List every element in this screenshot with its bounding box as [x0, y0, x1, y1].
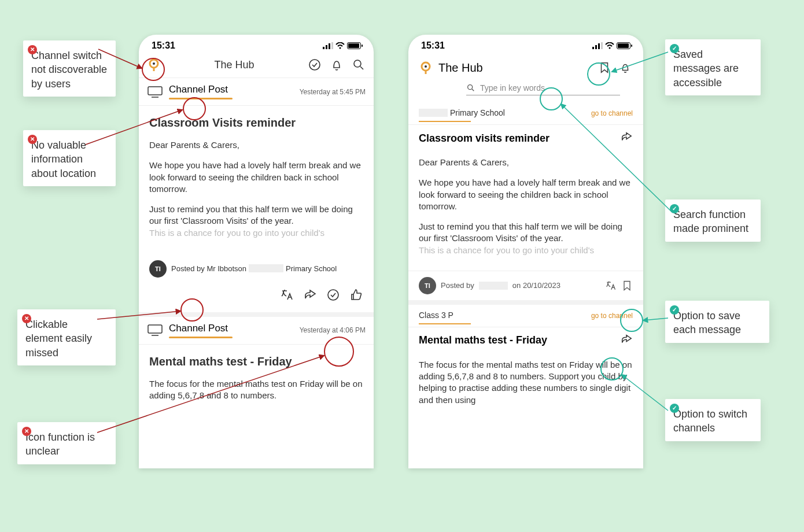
- annotation-pos-4: ✓ Option to switch channels: [665, 399, 761, 441]
- post-title: Mental maths test - Friday: [419, 334, 547, 346]
- annotation-neg-2: ✕ No valuable information about location: [23, 130, 116, 186]
- post-body: Mental maths test - Friday The focus for…: [139, 345, 374, 416]
- annotation-text: Saved messages are accessible: [673, 47, 753, 90]
- x-mark-icon: ✕: [22, 314, 31, 323]
- battery-icon: [347, 42, 361, 49]
- bell-icon[interactable]: [330, 58, 344, 72]
- posted-by-school: Primary School: [286, 264, 337, 273]
- post-para: Just to remind you that this half term w…: [419, 221, 633, 245]
- svg-rect-14: [598, 43, 600, 49]
- brand-icon[interactable]: [419, 61, 433, 75]
- check-mark-icon: ✓: [670, 305, 679, 315]
- posted-by-label: Posted by Mr Ibbotson: [171, 264, 246, 273]
- post-body: Dear Parents & Carers, We hope you have …: [408, 157, 643, 271]
- channel-tag[interactable]: Channel Post: [169, 323, 228, 334]
- post-header: Channel Post Yesterday at 4:06 PM: [139, 317, 374, 345]
- svg-rect-13: [595, 45, 597, 49]
- annotation-pos-1: ✓ Saved messages are accessible: [665, 39, 761, 95]
- annotation-neg-1: ✕ Channel switch not discoverable by use…: [23, 40, 116, 97]
- check-circle-icon[interactable]: [326, 288, 340, 304]
- post-para: Just to remind you that this half term w…: [149, 204, 363, 227]
- annotation-neg-3: ✕ Clickable element easily missed: [17, 309, 116, 365]
- post-fade: This is a chance for you to go into your…: [419, 245, 633, 256]
- monitor-icon: [147, 324, 163, 337]
- channel-name: Primary School: [450, 108, 505, 117]
- app-title: The Hub: [214, 59, 254, 71]
- annotation-text: Search function made prominent: [673, 208, 753, 236]
- share-icon[interactable]: [620, 333, 633, 348]
- redacted: [479, 282, 508, 290]
- check-mark-icon: ✓: [670, 404, 679, 413]
- post-greeting: Dear Parents & Carers,: [149, 139, 363, 151]
- translate-icon[interactable]: [280, 288, 294, 304]
- channel-tag[interactable]: Channel Post: [169, 84, 228, 95]
- post-body: Classroom Visits reminder Dear Parents &…: [139, 106, 374, 253]
- annotation-text: Clickable element easily missed: [25, 317, 108, 360]
- svg-rect-9: [148, 87, 162, 95]
- x-mark-icon: ✕: [22, 427, 31, 436]
- action-row: [139, 282, 374, 317]
- post-title-row: Classroom visits reminder: [408, 125, 643, 148]
- svg-point-7: [309, 60, 320, 70]
- svg-point-10: [328, 290, 338, 300]
- post-para: We hope you have had a lovely half term …: [419, 177, 633, 212]
- post-title: Classroom Visits reminder: [149, 115, 363, 131]
- signal-icon: [323, 42, 333, 49]
- bookmark-icon[interactable]: [597, 60, 612, 75]
- author-avatar: TI: [149, 260, 167, 278]
- monitor-icon: [147, 86, 163, 98]
- battery-icon: [617, 42, 630, 49]
- bell-icon[interactable]: [618, 60, 633, 75]
- author-avatar: TI: [419, 277, 436, 294]
- annotation-text: No valuable information about location: [31, 138, 108, 180]
- status-time: 15:31: [152, 40, 175, 51]
- app-title: The Hub: [438, 61, 483, 75]
- annotation-text: Icon function is unclear: [25, 430, 108, 459]
- post-title: Mental maths test - Friday: [149, 354, 363, 370]
- post-greeting: Dear Parents & Carers,: [419, 157, 633, 168]
- post-para: We hope you have had a lovely half term …: [149, 160, 363, 195]
- before-mockup: 15:31 The Hub Channel Post Yesterday at …: [139, 35, 374, 468]
- posted-by-row[interactable]: TI Posted by Mr Ibbotson Primary School: [139, 253, 374, 282]
- status-bar: 15:31: [139, 35, 374, 53]
- channel-row: Class 3 P go to channel: [408, 305, 643, 322]
- svg-rect-3: [331, 42, 333, 49]
- svg-rect-11: [148, 325, 162, 333]
- status-time: 15:31: [421, 40, 445, 51]
- annotation-text: Option to save each message: [673, 309, 761, 337]
- bookmark-icon[interactable]: [621, 280, 633, 291]
- posted-by-row: TI Posted by on 20/10/2023: [408, 271, 643, 305]
- check-mark-icon: ✓: [670, 44, 679, 53]
- brand-icon[interactable]: [147, 58, 161, 72]
- search-placeholder: Type in key words: [480, 83, 545, 93]
- redacted: [249, 264, 283, 272]
- thumbs-up-icon[interactable]: [349, 288, 363, 304]
- share-icon[interactable]: [620, 131, 633, 146]
- svg-point-18: [425, 65, 427, 68]
- post-fade: This is a chance for you to go into your…: [149, 227, 363, 239]
- search-input[interactable]: Type in key words: [466, 83, 620, 95]
- post-para: The focus for the mental maths test on F…: [419, 359, 633, 406]
- check-mark-icon: ✓: [670, 204, 679, 213]
- channel-name: Class 3 P: [419, 311, 453, 320]
- svg-point-16: [609, 47, 611, 49]
- status-bar: 15:31: [408, 35, 643, 53]
- check-circle-icon[interactable]: [308, 58, 322, 72]
- translate-icon[interactable]: [605, 280, 617, 291]
- status-icons: [323, 42, 361, 49]
- svg-rect-12: [592, 47, 594, 49]
- svg-rect-15: [601, 42, 603, 49]
- wifi-icon: [605, 42, 614, 49]
- go-to-channel-link[interactable]: go to channel: [591, 109, 633, 117]
- search-icon[interactable]: [352, 58, 366, 72]
- app-header: The Hub: [408, 53, 643, 79]
- share-icon[interactable]: [303, 288, 317, 304]
- redacted: [419, 109, 448, 117]
- go-to-channel-link[interactable]: go to channel: [591, 312, 633, 320]
- annotation-pos-3: ✓ Option to save each message: [665, 301, 769, 343]
- svg-point-6: [153, 62, 155, 65]
- annotation-pos-2: ✓ Search function made prominent: [665, 200, 761, 242]
- wifi-icon: [335, 42, 345, 49]
- post-title-row: Mental maths test - Friday: [408, 327, 643, 350]
- annotation-text: Option to switch channels: [673, 407, 753, 435]
